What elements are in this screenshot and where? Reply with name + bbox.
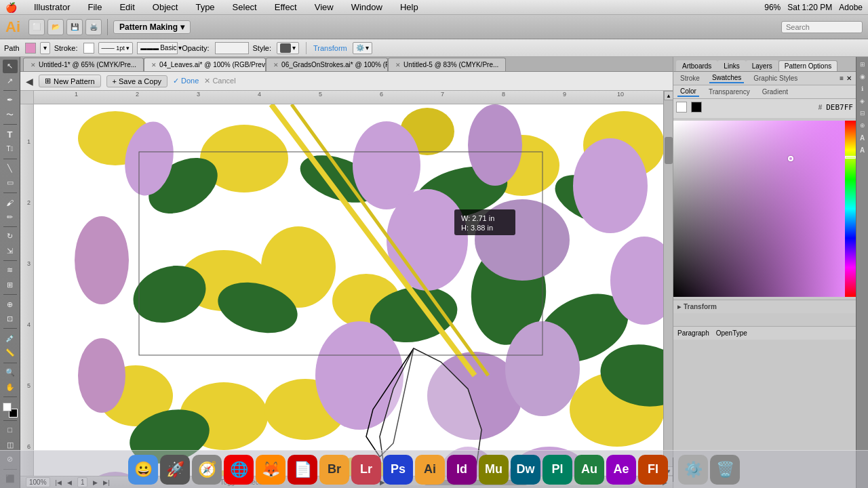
- scroll-thumb[interactable]: [665, 137, 673, 164]
- search-input[interactable]: [781, 21, 863, 33]
- foreground-background-colors[interactable]: [3, 403, 18, 418]
- character-icon[interactable]: A: [858, 133, 867, 142]
- tab-artboards[interactable]: Artboards: [676, 60, 717, 71]
- dock-chrome[interactable]: 🌐: [224, 455, 254, 485]
- gradient-mode[interactable]: ◫: [3, 438, 18, 451]
- free-transform-tool[interactable]: ⊞: [3, 279, 18, 292]
- apple-menu[interactable]: 🍎: [5, 2, 17, 13]
- scroll-track[interactable]: [664, 100, 673, 466]
- dock-trash[interactable]: 🗑️: [710, 455, 740, 485]
- dock-launchpad[interactable]: 🚀: [160, 455, 190, 485]
- area-type-tool[interactable]: T⃞: [3, 142, 18, 156]
- menu-type[interactable]: Type: [192, 1, 218, 14]
- dock-photoshop[interactable]: Ps: [383, 455, 413, 485]
- dock-audition[interactable]: Au: [574, 455, 604, 485]
- secondary-tab-gradient[interactable]: Gradient: [760, 87, 791, 96]
- panel-close-icon[interactable]: ✕: [846, 75, 852, 82]
- pattern-making-dropdown[interactable]: Pattern Making ▾: [113, 20, 191, 34]
- sub-tab-stroke[interactable]: Stroke: [677, 74, 703, 83]
- white-mode-swatch[interactable]: [676, 102, 687, 113]
- color-gradient-picker[interactable]: [673, 121, 856, 297]
- dock-flash[interactable]: Fl: [638, 455, 668, 485]
- black-mode-swatch[interactable]: [691, 102, 702, 113]
- cancel-button[interactable]: ✕ Cancel: [204, 77, 235, 85]
- dock-acrobat[interactable]: 📄: [288, 455, 317, 485]
- open-button[interactable]: 📂: [47, 19, 64, 35]
- line-tool[interactable]: ╲: [3, 162, 18, 176]
- measure-tool[interactable]: 📏: [3, 346, 18, 360]
- navigator-icon[interactable]: ◉: [858, 72, 867, 81]
- info-icon[interactable]: ℹ: [858, 84, 867, 94]
- panel-expand-icon[interactable]: ≡: [840, 75, 844, 82]
- main-canvas[interactable]: W: 2.71 in H: 3.88 in: [34, 104, 663, 476]
- zoom-tool[interactable]: 🔍: [3, 366, 18, 380]
- menu-object[interactable]: Object: [149, 1, 182, 14]
- dock-system-prefs[interactable]: ⚙️: [678, 455, 708, 485]
- transform-options[interactable]: ⚙️▾: [353, 42, 372, 54]
- hue-slider[interactable]: [845, 121, 856, 297]
- dock-safari[interactable]: 🧭: [192, 455, 222, 485]
- scroll-up-button[interactable]: ▲: [664, 91, 673, 100]
- eyedropper-tool[interactable]: 💉: [3, 331, 18, 345]
- tab-close-icon[interactable]: ✕: [151, 62, 157, 68]
- appearance-icon[interactable]: ◈: [858, 96, 867, 106]
- scale-tool[interactable]: ⇲: [3, 245, 18, 258]
- tab-untitled1[interactable]: ✕ Untitled-1* @ 65% (CMYK/Pre...: [23, 58, 144, 71]
- menu-edit[interactable]: Edit: [116, 1, 138, 14]
- stroke-width-dropdown[interactable]: ─── 1pt ▾: [98, 42, 134, 54]
- menu-window[interactable]: Window: [348, 1, 386, 14]
- dock-bridge[interactable]: Br: [319, 455, 349, 485]
- pattern-back-arrow[interactable]: ◀: [26, 76, 33, 87]
- dock-aftereffects[interactable]: Ae: [606, 455, 636, 485]
- dock-prelude[interactable]: Pl: [542, 455, 572, 485]
- done-button[interactable]: ✓ Done: [173, 77, 199, 85]
- perspective-tool[interactable]: ⊡: [3, 312, 18, 326]
- rectangle-tool[interactable]: ▭: [3, 176, 18, 190]
- tab-layers[interactable]: Layers: [746, 60, 778, 71]
- style-dropdown[interactable]: ▾: [277, 42, 299, 54]
- menu-select[interactable]: Select: [229, 1, 260, 14]
- dock-finder[interactable]: 😀: [128, 455, 158, 485]
- new-pattern-button[interactable]: ⊞ New Pattern: [39, 75, 101, 87]
- menu-illustrator[interactable]: Illustrator: [31, 1, 73, 14]
- color-fill-mode[interactable]: □: [3, 424, 18, 437]
- dock-dreamweaver[interactable]: Dw: [511, 455, 540, 485]
- tab-close-icon[interactable]: ✕: [395, 62, 401, 68]
- tab-grads[interactable]: ✕ 06_GradsOnStrokes.ai* @ 100% (RG...: [266, 58, 388, 71]
- transform-section-title[interactable]: ▸ Transform: [673, 300, 856, 313]
- tab-close-icon[interactable]: ✕: [31, 62, 36, 68]
- tab-close-icon[interactable]: ✕: [273, 62, 279, 68]
- paragraph-label[interactable]: Paragraph: [677, 329, 709, 337]
- secondary-tab-transparency[interactable]: Transparency: [706, 87, 753, 96]
- tab-untitled5[interactable]: ✕ Untitled-5 @ 83% (CMYK/Pre...: [388, 58, 506, 71]
- menu-file[interactable]: File: [84, 1, 105, 14]
- dock-firefox[interactable]: 🦊: [256, 455, 285, 485]
- fill-dropdown[interactable]: ▾: [40, 42, 50, 54]
- vertical-scrollbar[interactable]: ▲ ▼: [663, 91, 673, 476]
- sub-tab-graphic-styles[interactable]: Graphic Styles: [751, 74, 800, 83]
- saturation-gradient[interactable]: [673, 121, 845, 297]
- canvas-container[interactable]: 1 2 3 4 5 6 7 8 9 10: [20, 91, 663, 476]
- artboards-icon[interactable]: ⊞: [858, 60, 867, 69]
- selection-tool[interactable]: ↖: [3, 60, 18, 73]
- menu-help[interactable]: Help: [397, 1, 422, 14]
- new-document-button[interactable]: ⬜: [28, 19, 45, 35]
- menu-effect[interactable]: Effect: [271, 1, 300, 14]
- type-tool[interactable]: T: [3, 127, 18, 141]
- pathfinder-icon[interactable]: ⊕: [858, 121, 867, 130]
- save-copy-button[interactable]: + Save a Copy: [106, 75, 167, 87]
- direct-select-tool[interactable]: ↗: [3, 75, 18, 88]
- sub-tab-swatches[interactable]: Swatches: [709, 73, 744, 83]
- opentype-label[interactable]: OpenType: [716, 329, 747, 337]
- tab-leaves[interactable]: ✕ 04_Leaves.ai* @ 100% (RGB/Preview): [144, 58, 266, 71]
- secondary-tab-color[interactable]: Color: [677, 87, 699, 97]
- pen-tool[interactable]: ✒: [3, 94, 18, 107]
- fill-color-swatch[interactable]: [25, 43, 36, 54]
- stroke-color-swatch[interactable]: [83, 43, 94, 54]
- tab-pattern-options[interactable]: Pattern Options: [778, 60, 837, 71]
- menu-view[interactable]: View: [311, 1, 337, 14]
- transform-label[interactable]: Transform: [313, 44, 347, 52]
- opacity-input[interactable]: 100%: [215, 42, 249, 54]
- dock-illustrator[interactable]: Ai: [415, 455, 445, 485]
- tab-links[interactable]: Links: [717, 60, 745, 71]
